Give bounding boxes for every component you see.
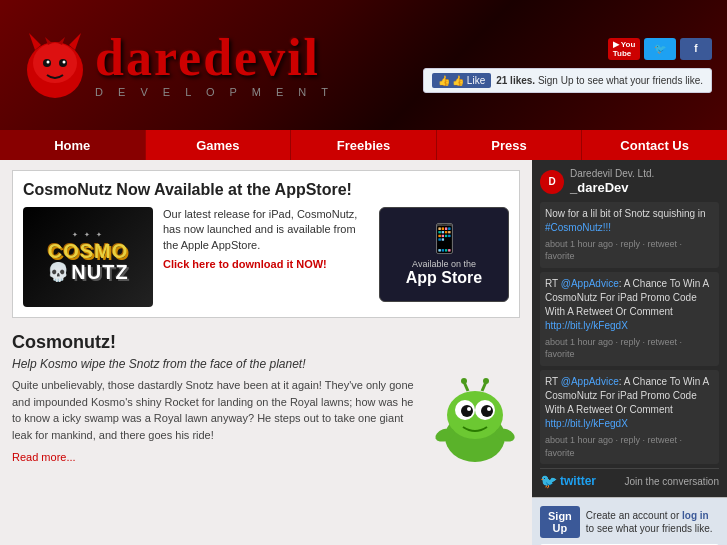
cosmo-text: COSMO: [47, 241, 128, 261]
tweet-3-link[interactable]: http://bit.ly/kFegdX: [545, 418, 628, 429]
read-more-link[interactable]: Read more...: [12, 451, 76, 463]
article-section: Cosmonutz! Help Kosmo wipe the Snotz fro…: [12, 328, 520, 471]
tweet-1-text: Now for a lil bit of Snotz squishing in …: [545, 207, 714, 235]
tweet-2-reply[interactable]: reply: [621, 337, 641, 347]
appadvice-link-2[interactable]: @AppAdvice: [561, 376, 619, 387]
youtube-button[interactable]: ▶ YouTube: [608, 38, 640, 60]
article-body: Quite unbelievably, those dastardly Snot…: [12, 377, 520, 467]
tweet-3-favorite[interactable]: favorite: [545, 448, 575, 458]
tweet-2-favorite[interactable]: favorite: [545, 349, 575, 359]
tweet-2-retweet[interactable]: retweet: [648, 337, 678, 347]
facebook-button[interactable]: f: [680, 38, 712, 60]
twitter-handle: _dareDev: [570, 180, 654, 196]
fb-signup-row: Sign Up Create an account or log in to s…: [540, 506, 719, 538]
nav-home[interactable]: Home: [0, 130, 146, 160]
logo-subtitle: D E V E L O P M E N T: [95, 86, 334, 98]
like-button[interactable]: 👍 👍 Like: [432, 73, 491, 88]
nav-contact[interactable]: Contact Us: [582, 130, 727, 160]
svg-point-6: [47, 61, 50, 64]
tweet-3-text: RT @AppAdvice: A Chance To Win A CosmoNu…: [545, 375, 714, 431]
tweet-2: RT @AppAdvice: A Chance To Win A CosmoNu…: [540, 272, 719, 366]
appstore-line1: Available on the: [412, 259, 476, 269]
twitter-footer: 🐦 twitter Join the conversation: [540, 468, 719, 489]
tweet-3-retweet[interactable]: retweet: [648, 435, 678, 445]
appstore-badge[interactable]: 📱 Available on the App Store: [379, 207, 509, 302]
twitter-brand: twitter: [560, 474, 596, 488]
tweet-3-meta: about 1 hour ago · reply · retweet · fav…: [545, 434, 714, 459]
twitter-handle-area: Daredevil Dev. Ltd. _dareDev: [570, 168, 654, 196]
featured-game-image: ✦ ✦ ✦ COSMO 💀 NUTZ: [23, 207, 153, 307]
svg-point-21: [461, 378, 467, 384]
featured-inner: ✦ ✦ ✦ COSMO 💀 NUTZ Our latest release fo…: [23, 207, 509, 307]
tweet-2-text: RT @AppAdvice: A Chance To Win A CosmoNu…: [545, 277, 714, 333]
tweet-1-reply[interactable]: reply: [621, 239, 641, 249]
green-monster-icon: [430, 377, 520, 467]
main-content: CosmoNutz Now Available at the AppStore!…: [0, 160, 727, 545]
nav-press[interactable]: Press: [437, 130, 583, 160]
nav-freebies[interactable]: Freebies: [291, 130, 437, 160]
twitter-account-name: Daredevil Dev. Ltd.: [570, 168, 654, 180]
svg-point-23: [483, 378, 489, 384]
fb-signup-description: Create an account or log in to see what …: [586, 509, 719, 535]
svg-point-17: [487, 407, 491, 411]
tweet-3-reply[interactable]: reply: [621, 435, 641, 445]
twitter-button[interactable]: 🐦: [644, 38, 676, 60]
svg-point-16: [467, 407, 471, 411]
thumbs-up-icon: 👍: [438, 75, 450, 86]
fb-like-description: 21 likes. Sign Up to see what your frien…: [496, 75, 703, 86]
cosmo-logo: ✦ ✦ ✦ COSMO 💀 NUTZ: [47, 231, 128, 284]
phone-icon: 📱: [427, 222, 462, 255]
appstore-line2: App Store: [406, 269, 482, 287]
tweet-1-retweet[interactable]: retweet: [648, 239, 678, 249]
youtube-icon: ▶ YouTube: [613, 40, 636, 58]
nav-games[interactable]: Games: [146, 130, 292, 160]
featured-description: Our latest release for iPad, CosmoNutz, …: [163, 207, 371, 307]
fb-signup-button[interactable]: Sign Up: [540, 506, 580, 538]
featured-box: CosmoNutz Now Available at the AppStore!…: [12, 170, 520, 318]
featured-right: Our latest release for iPad, CosmoNutz, …: [163, 207, 509, 307]
header-right: ▶ YouTube 🐦 f 👍 👍 Like 21 likes. Sign Up…: [423, 38, 712, 93]
join-conversation-link[interactable]: Join the conversation: [624, 476, 719, 487]
article-title: Cosmonutz!: [12, 332, 520, 353]
article-subtitle: Help Kosmo wipe the Snotz from the face …: [12, 357, 520, 371]
logo-text-area: daredevil D E V E L O P M E N T: [95, 32, 334, 98]
article-text: Quite unbelievably, those dastardly Snot…: [12, 377, 422, 467]
twitter-widget: D Daredevil Dev. Ltd. _dareDev Now for a…: [532, 160, 727, 497]
social-icons: ▶ YouTube 🐦 f: [608, 38, 712, 60]
svg-point-14: [461, 405, 473, 417]
twitter-logo: 🐦 twitter: [540, 473, 596, 489]
featured-title: CosmoNutz Now Available at the AppStore!: [23, 181, 509, 199]
svg-point-15: [481, 405, 493, 417]
fb-login-link[interactable]: log in: [682, 510, 709, 521]
tweet-1: Now for a lil bit of Snotz squishing in …: [540, 202, 719, 268]
twitter-bird-icon: 🐦: [540, 473, 557, 489]
facebook-widget: Sign Up Create an account or log in to s…: [532, 497, 727, 545]
svg-point-7: [63, 61, 66, 64]
tweet-1-favorite[interactable]: favorite: [545, 251, 575, 261]
tweet-3: RT @AppAdvice: A Chance To Win A CosmoNu…: [540, 370, 719, 464]
tweet-2-meta: about 1 hour ago · reply · retweet · fav…: [545, 336, 714, 361]
cosmonutz-hashtag[interactable]: #CosmoNutz!!!: [545, 222, 611, 233]
nutz-text: NUTZ: [71, 261, 128, 284]
fb-like-box: 👍 👍 Like 21 likes. Sign Up to see what y…: [423, 68, 712, 93]
navigation: Home Games Freebies Press Contact Us: [0, 130, 727, 160]
twitter-icon: 🐦: [654, 43, 666, 54]
twitter-avatar: D: [540, 170, 564, 194]
facebook-icon: f: [694, 43, 697, 54]
sidebar: D Daredevil Dev. Ltd. _dareDev Now for a…: [532, 160, 727, 545]
devil-mascot-icon: [15, 25, 95, 105]
tweet-1-meta: about 1 hour ago · reply · retweet · fav…: [545, 238, 714, 263]
logo-area: daredevil D E V E L O P M E N T: [15, 25, 423, 105]
twitter-header: D Daredevil Dev. Ltd. _dareDev: [540, 168, 719, 196]
header: daredevil D E V E L O P M E N T ▶ YouTub…: [0, 0, 727, 130]
content-area: CosmoNutz Now Available at the AppStore!…: [0, 160, 532, 545]
download-link[interactable]: Click here to download it NOW!: [163, 258, 327, 270]
tweet-2-link[interactable]: http://bit.ly/kFegdX: [545, 320, 628, 331]
logo-title: daredevil: [95, 32, 334, 84]
appadvice-link-1[interactable]: @AppAdvice: [561, 278, 619, 289]
